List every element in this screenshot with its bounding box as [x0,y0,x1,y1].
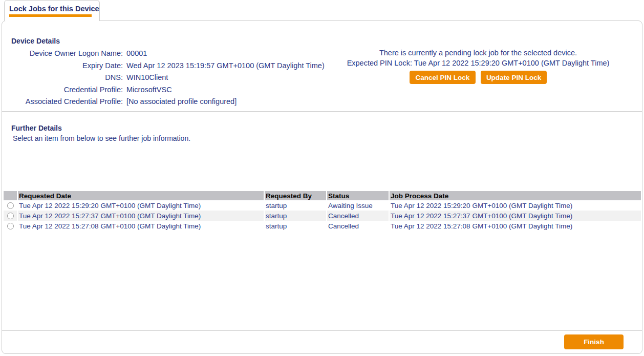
content-panel: Device Details Device Owner Logon Name: … [2,20,642,354]
pin-lock-actions: Cancel PIN Lock Update PIN Lock [325,71,632,84]
cell-requested-by: startup [265,221,326,231]
further-details-instruction: Select an item from below to see further… [13,134,190,142]
job-select-radio[interactable] [7,202,14,209]
field-value: MicrosoftVSC [126,84,325,96]
field-value: [No associated profile configured] [126,96,325,108]
finish-button[interactable]: Finish [564,334,624,349]
tab-active-indicator [9,14,92,17]
table-header-row: Requested Date Requested By Status Job P… [4,191,641,200]
cell-status: Cancelled [327,211,389,221]
table-row[interactable]: Tue Apr 12 2022 15:29:20 GMT+0100 (GMT D… [4,200,641,211]
pending-lock-message: There is currently a pending lock job fo… [325,48,632,58]
field-label: Expiry Date: [4,60,123,72]
field-label: Device Owner Logon Name: [4,48,123,60]
field-value: Wed Apr 12 2023 15:19:57 GMT+0100 (GMT D… [126,60,325,72]
update-pin-lock-button[interactable]: Update PIN Lock [481,71,547,84]
further-details-heading: Further Details [11,124,62,132]
cell-job-process-date: Tue Apr 12 2022 15:29:20 GMT+0100 (GMT D… [390,200,641,211]
job-select-radio[interactable] [7,223,14,229]
cell-requested-date: Tue Apr 12 2022 15:27:08 GMT+0100 (GMT D… [18,221,264,231]
cell-requested-date: Tue Apr 12 2022 15:27:37 GMT+0100 (GMT D… [18,211,264,221]
field-value: WIN10Client [126,72,325,84]
column-header-requested-date: Requested Date [18,191,264,200]
cell-status: Awaiting Issue [327,200,389,211]
field-label: Credential Profile: [4,84,123,96]
field-label: DNS: [4,72,123,84]
table-row[interactable]: Tue Apr 12 2022 15:27:37 GMT+0100 (GMT D… [4,211,641,221]
tab-label: Lock Jobs for this Device [9,5,99,13]
cell-status: Cancelled [327,221,389,231]
column-header-job-process-date: Job Process Date [390,191,641,200]
column-header-requested-by: Requested By [265,191,326,200]
radio-column-header [4,191,17,200]
device-details-divider [2,111,642,112]
lock-jobs-table: Requested Date Requested By Status Job P… [3,191,642,231]
column-header-status: Status [327,191,389,200]
pending-lock-block: There is currently a pending lock job fo… [325,48,632,84]
device-details-list: Device Owner Logon Name: 00001 Expiry Da… [4,48,325,108]
cell-requested-date: Tue Apr 12 2022 15:29:20 GMT+0100 (GMT D… [18,200,264,211]
cell-job-process-date: Tue Apr 12 2022 15:27:37 GMT+0100 (GMT D… [390,211,641,221]
device-details-heading: Device Details [11,37,60,45]
table-row[interactable]: Tue Apr 12 2022 15:27:08 GMT+0100 (GMT D… [4,221,641,231]
job-select-radio[interactable] [7,213,14,219]
expected-pin-lock-text: Expected PIN Lock: Tue Apr 12 2022 15:29… [325,58,632,68]
cell-requested-by: startup [265,211,326,221]
tab-lock-jobs[interactable]: Lock Jobs for this Device [4,0,100,21]
field-value: 00001 [126,48,325,60]
cell-job-process-date: Tue Apr 12 2022 15:27:08 GMT+0100 (GMT D… [390,221,641,231]
cancel-pin-lock-button[interactable]: Cancel PIN Lock [410,71,476,84]
field-label: Associated Credential Profile: [4,96,123,108]
footer-divider [2,330,642,331]
lock-jobs-page: Lock Jobs for this Device Device Details… [0,0,644,356]
cell-requested-by: startup [265,200,326,211]
